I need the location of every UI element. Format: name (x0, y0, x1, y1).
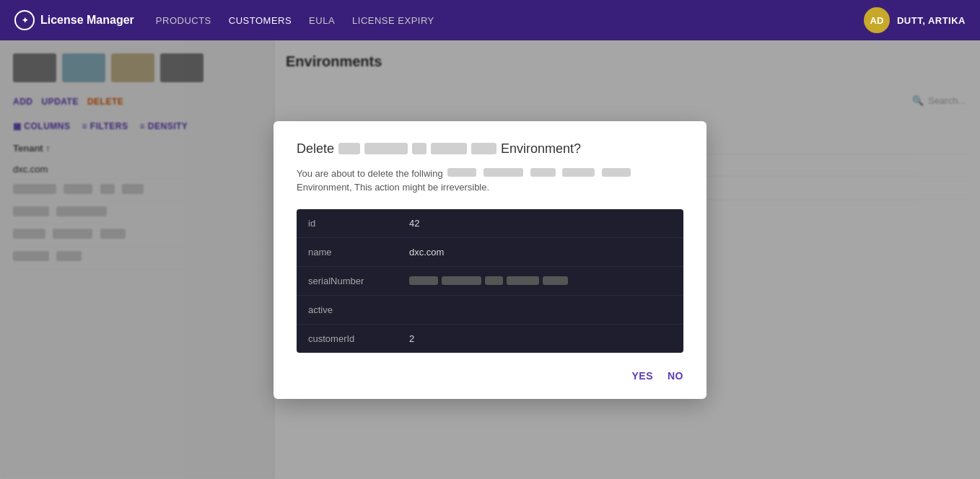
dialog-message: You are about to delete the follwing Env… (297, 167, 683, 195)
avatar: AD (864, 7, 890, 33)
page-content: ADD UPDATE DELETE ▦ COLUMNS ≡ FILTERS ≡ … (0, 40, 980, 479)
field-id-label: id (297, 209, 398, 238)
user-name: DUTT, ARTIKA (897, 15, 966, 26)
serial-sk-3 (485, 276, 503, 285)
table-row-customerid: customerId 2 (297, 324, 683, 353)
serial-skeleton (409, 276, 672, 285)
nav-products[interactable]: PRODUCTS (156, 15, 211, 26)
detail-table: id 42 name dxc.com serialNumber (297, 209, 683, 353)
navbar-right: AD DUTT, ARTIKA (864, 7, 966, 33)
delete-dialog: Delete Environment? You are about to del… (274, 121, 706, 399)
title-sk-3 (412, 143, 426, 154)
field-customerid-value: 2 (398, 324, 683, 353)
dialog-title: Delete Environment? (297, 141, 683, 157)
field-name-value: dxc.com (398, 237, 683, 266)
dialog-title-prefix: Delete (297, 141, 334, 157)
nav-license-expiry[interactable]: LICENSE EXPIRY (352, 15, 434, 26)
dialog-overlay: Delete Environment? You are about to del… (0, 40, 980, 479)
title-sk-2 (364, 143, 408, 154)
field-active-label: active (297, 295, 398, 324)
table-row-id: id 42 (297, 209, 683, 238)
dialog-actions: YES NO (297, 370, 683, 382)
yes-button[interactable]: YES (631, 370, 653, 382)
navbar: ✦ License Manager PRODUCTS CUSTOMERS EUL… (0, 0, 980, 40)
field-customerid-label: customerId (297, 324, 398, 353)
serial-sk-1 (409, 276, 438, 285)
title-sk-5 (471, 143, 496, 154)
field-serial-value (398, 266, 683, 295)
serial-sk-2 (442, 276, 481, 285)
field-active-value (398, 295, 683, 324)
table-row-serial: serialNumber (297, 266, 683, 295)
dialog-message-text2: Environment, This action might be irreve… (297, 182, 489, 193)
msg-sk-3 (530, 168, 556, 177)
field-serial-label: serialNumber (297, 266, 398, 295)
navbar-left: ✦ License Manager PRODUCTS CUSTOMERS EUL… (14, 10, 434, 30)
table-row-name: name dxc.com (297, 237, 683, 266)
msg-sk-4 (562, 168, 595, 177)
brand-icon: ✦ (14, 10, 35, 30)
no-button[interactable]: NO (668, 370, 683, 382)
nav-customers[interactable]: CUSTOMERS (229, 15, 292, 26)
msg-sk-5 (602, 168, 631, 177)
nav-links: PRODUCTS CUSTOMERS EULA LICENSE EXPIRY (156, 15, 434, 26)
field-name-label: name (297, 237, 398, 266)
title-sk-4 (431, 143, 467, 154)
msg-sk-2 (484, 168, 523, 177)
brand[interactable]: ✦ License Manager (14, 10, 134, 30)
title-sk-1 (338, 143, 360, 154)
serial-sk-4 (507, 276, 539, 285)
brand-name: License Manager (40, 14, 134, 27)
dialog-title-suffix: Environment? (501, 141, 581, 157)
table-row-active: active (297, 295, 683, 324)
dialog-message-text: You are about to delete the follwing (297, 168, 443, 179)
msg-sk-1 (447, 168, 476, 177)
nav-eula[interactable]: EULA (309, 15, 335, 26)
serial-sk-5 (543, 276, 568, 285)
field-id-value: 42 (398, 209, 683, 238)
